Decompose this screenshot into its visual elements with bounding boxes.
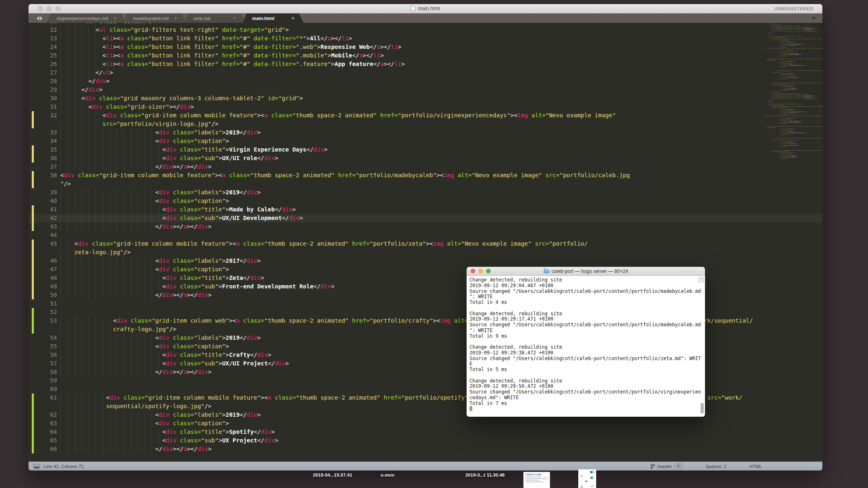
code-token: >: [275, 437, 278, 444]
code-token: alt=: [443, 240, 461, 247]
code-line[interactable]: 44: [29, 231, 822, 240]
scroll-right-icon[interactable]: [40, 16, 42, 20]
code-line[interactable]: 33<div class="labels">2019</div>: [29, 128, 822, 137]
code-line[interactable]: 35<div class="title">Virgin Experience D…: [29, 145, 822, 154]
code-line[interactable]: 28</div>: [29, 77, 822, 86]
indentation-status[interactable]: Spaces: 2: [694, 464, 738, 469]
syntax-status[interactable]: HTML: [738, 464, 773, 469]
code-line[interactable]: 31<div class="grid-sizer"></div>: [29, 103, 822, 111]
code-token: img: [443, 172, 454, 178]
sticker-blue-square: [590, 471, 593, 473]
code-token: ></: [331, 35, 341, 42]
code-token: >: [218, 360, 222, 367]
code-token: "title": [201, 352, 225, 358]
code-line[interactable]: 38<div class="grid-item column mobile fe…: [29, 171, 822, 180]
code-line[interactable]: 43</div></a></div>: [29, 222, 822, 231]
code-token: "labels": [194, 189, 222, 196]
code-line[interactable]: src="portfolio/virgin-logo.jpg"/>: [29, 120, 822, 128]
code-token: <: [162, 360, 166, 367]
tab-overflow-dropdown-icon[interactable]: [811, 17, 817, 20]
panel-toggle-icon[interactable]: [33, 464, 40, 469]
code-token: href=: [218, 44, 240, 50]
code-token: li: [373, 52, 380, 59]
code-line[interactable]: 46<div class="labels">2017</div>: [29, 257, 822, 265]
editor-titlebar[interactable]: main.html UNREGISTERED: [29, 4, 822, 13]
code-line[interactable]: 42<div class="sub">UX/UI Development</di…: [29, 214, 822, 222]
code-line[interactable]: 23<li><a class="button link filter" href…: [29, 34, 822, 43]
code-line[interactable]: 37</div></a></div>: [29, 163, 822, 171]
code-line[interactable]: 25<li><a class="button link filter" href…: [29, 51, 822, 60]
code-line[interactable]: 36<div class="sub">UX/UI role</div>: [29, 154, 822, 163]
code-line[interactable]: 30<div class="grid masonry columns-3 col…: [29, 94, 822, 103]
code-line[interactable]: 63<div class="caption">: [29, 419, 822, 428]
folder-icon: [544, 269, 549, 273]
code-token: "portfolio/spotify": [401, 394, 468, 401]
code-token: href=: [348, 317, 370, 324]
code-line[interactable]: 26<li><a class="button link filter" href…: [29, 60, 822, 68]
desktop-file-label[interactable]: 2019-04...15.07.41: [313, 473, 352, 477]
terminal-output[interactable]: Change detected, rebuilding site2019-09-…: [467, 276, 705, 417]
code-token: <: [103, 61, 106, 67]
code-line[interactable]: 40<div class="caption">: [29, 197, 822, 205]
code-token: img: [433, 240, 444, 247]
code-line[interactable]: 22<ul class="grid-filters text-right" da…: [29, 26, 822, 34]
tab-close-icon[interactable]: ×: [108, 15, 117, 21]
git-branch-status[interactable]: master 40: [639, 463, 694, 469]
code-line[interactable]: 32<div class="grid-item column mobile fe…: [29, 111, 822, 120]
user-flow-document-thumbnail[interactable]: USER FLOW: [523, 472, 550, 488]
code-line[interactable]: 66</div></a></div>: [29, 445, 822, 453]
desktop-file-label[interactable]: 2019-0...t 11.30.48: [465, 473, 505, 477]
tab-close-icon[interactable]: ×: [227, 15, 236, 21]
code-token: class=: [75, 172, 99, 178]
tab-close-icon[interactable]: ×: [169, 15, 177, 21]
tab-zeta.md[interactable]: zeta.md×: [184, 13, 245, 23]
minimap[interactable]: <div class="column-6"><ul class="grid-fi…: [764, 24, 822, 462]
tab-close-icon[interactable]: ×: [286, 15, 295, 21]
code-line[interactable]: 29</div>: [29, 86, 822, 94]
code-token: src=: [704, 394, 721, 401]
terminal-scrollbar-thumb[interactable]: [701, 403, 704, 413]
code-token: "grid-item column mobile feature": [141, 112, 257, 119]
code-line[interactable]: 21<div class="column-6">: [29, 23, 822, 26]
code-line[interactable]: 65<div class="sub">UX Project</div>: [29, 436, 822, 445]
tab-madebycaleb.md[interactable]: madebycaleb.md×: [123, 13, 186, 23]
code-line[interactable]: 34<div class="caption">: [29, 137, 822, 145]
terminal-scroll-widget-icon[interactable]: [698, 277, 704, 282]
sticker-letter: ck.: [585, 480, 588, 482]
tab-main.html[interactable]: main.html×: [242, 13, 304, 23]
code-token: div: [166, 429, 176, 435]
code-token: <: [162, 215, 166, 221]
line-number: 65: [34, 436, 57, 445]
code-token: div: [159, 129, 170, 136]
code-token: <: [162, 206, 166, 213]
code-token: div: [159, 420, 170, 426]
desktop-file-label[interactable]: o.mov: [381, 473, 394, 477]
code-line[interactable]: "/>: [29, 180, 822, 188]
terminal-titlebar[interactable]: caleb-port — hugo server — 80×24: [467, 267, 705, 276]
code-token: >: [222, 257, 226, 264]
code-token: a: [236, 240, 240, 247]
code-line[interactable]: 41<div class="title">Made by Caleb</div>: [29, 205, 822, 214]
code-line[interactable]: 39<div class="labels">2019</div>: [29, 188, 822, 197]
code-token: >: [257, 257, 261, 264]
code-token: div: [162, 223, 173, 230]
code-line[interactable]: 45<div class="grid-item column mobile fe…: [29, 240, 822, 248]
scroll-left-icon[interactable]: [37, 16, 39, 20]
code-token: class=: [88, 240, 113, 247]
line-number: 58: [34, 368, 57, 376]
line-number: 48: [34, 274, 57, 282]
terminal-line: Total in 9 ms: [469, 334, 699, 339]
code-line[interactable]: 64<div class="title">Spotify</div>: [29, 428, 822, 436]
code-line[interactable]: 27</ul>: [29, 68, 822, 77]
code-line[interactable]: zeta-logo.jpg"/>: [29, 248, 822, 257]
code-token: <: [155, 257, 159, 264]
code-token: <: [155, 138, 159, 144]
terminal-window[interactable]: caleb-port — hugo server — 80×24 Change …: [467, 267, 705, 417]
sticker-sheet-thumbnail[interactable]: C ck. G @: [578, 469, 596, 488]
tab-virginexperiencedays.md[interactable]: virginexperiencedays.md×: [46, 13, 126, 23]
code-line[interactable]: 24<li><a class="button link filter" href…: [29, 43, 822, 51]
code-token: "column-6": [120, 23, 155, 24]
tab-scroll-arrows-icon[interactable]: [33, 13, 46, 23]
code-token: data-filter=: [250, 61, 296, 67]
code-token: alt=: [454, 172, 471, 178]
